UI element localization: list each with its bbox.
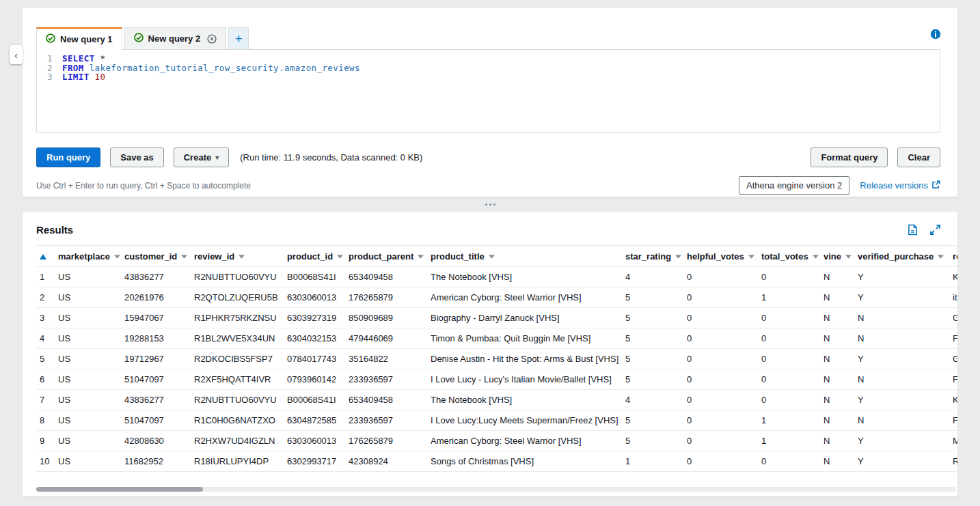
- table-cell: 479446069: [346, 328, 428, 349]
- results-table: marketplacecustomer_idreview_idproduct_i…: [36, 245, 957, 472]
- column-label: product_id: [287, 251, 333, 262]
- save-as-button[interactable]: Save as: [110, 147, 163, 167]
- table-cell: 233936597: [346, 410, 428, 431]
- line-number: 1: [37, 54, 53, 64]
- run-query-button[interactable]: Run query: [36, 147, 100, 167]
- column-label: review_id: [194, 251, 234, 262]
- row-number: 8: [36, 410, 55, 431]
- column-header-re[interactable]: re: [950, 246, 957, 267]
- editor-footer: Use Ctrl + Enter to run query, Ctrl + Sp…: [36, 176, 940, 195]
- table-cell: US: [55, 451, 122, 472]
- table-cell: I Love Lucy:Lucy Meets Superman/Freez [V…: [428, 410, 623, 431]
- close-tab-icon[interactable]: [207, 34, 217, 44]
- code-lines: SELECT *FROM lakeformation_tutorial_row_…: [57, 50, 360, 132]
- table-cell: 0: [684, 451, 759, 472]
- tab-label: New query 2: [148, 33, 201, 44]
- table-cell: 0: [684, 267, 759, 287]
- table-cell: 6303927319: [284, 308, 346, 328]
- horizontal-scrollbar-thumb[interactable]: [36, 487, 203, 492]
- column-header-verified_purchase[interactable]: verified_purchase: [855, 246, 950, 267]
- clear-button[interactable]: Clear: [897, 147, 940, 167]
- column-label: marketplace: [58, 251, 110, 262]
- table-header-row: marketplacecustomer_idreview_idproduct_i…: [36, 246, 957, 267]
- table-cell: Y: [855, 431, 950, 451]
- column-sort-caret-icon: [239, 251, 245, 261]
- tab-new-query-1[interactable]: New query 1: [36, 27, 122, 50]
- table-cell: R: [950, 451, 957, 472]
- row-number: 6: [36, 369, 55, 390]
- chevron-down-icon: ▾: [215, 154, 219, 161]
- table-cell: R2NUBTTUO60VYU: [191, 390, 284, 410]
- column-label: total_votes: [761, 251, 808, 262]
- table-cell: N: [855, 369, 950, 390]
- table-cell: 0: [684, 431, 759, 451]
- table-cell: 176265879: [346, 287, 428, 308]
- table-cell: M: [950, 431, 957, 451]
- column-label: vine: [824, 251, 841, 262]
- column-header-vine[interactable]: vine: [821, 246, 855, 267]
- column-sort-caret-icon: [748, 251, 754, 261]
- table-row: 8US51047097R1C0H0G6NATZXO630487258523393…: [36, 410, 957, 431]
- table-cell: Kl: [950, 267, 957, 287]
- success-check-icon: [134, 33, 144, 44]
- tab-new-query-2[interactable]: New query 2: [124, 27, 227, 50]
- column-header-marketplace[interactable]: marketplace: [55, 246, 122, 267]
- column-header-helpful_votes[interactable]: helpful_votes: [684, 246, 759, 267]
- table-cell: Fi: [950, 369, 957, 390]
- column-label: helpful_votes: [687, 251, 744, 262]
- table-cell: Kl: [950, 390, 957, 410]
- format-query-button[interactable]: Format query: [811, 147, 888, 167]
- table-cell: US: [55, 369, 122, 390]
- column-label: product_title: [431, 251, 485, 262]
- table-cell: American Cyborg: Steel Warrior [VHS]: [428, 431, 623, 451]
- table-cell: US: [55, 390, 122, 410]
- sort-indicator-column-header[interactable]: [36, 246, 55, 267]
- horizontal-scrollbar[interactable]: [36, 487, 956, 492]
- table-cell: R2DKOCIBS5FSP7: [191, 349, 284, 369]
- add-tab-button[interactable]: +: [228, 27, 249, 50]
- column-header-total_votes[interactable]: total_votes: [759, 246, 821, 267]
- table-cell: G: [950, 308, 957, 328]
- export-results-icon[interactable]: [908, 224, 918, 236]
- table-cell: 0: [759, 390, 821, 410]
- column-label: re: [953, 251, 957, 262]
- column-header-star_rating[interactable]: star_rating: [623, 246, 684, 267]
- table-cell: 0: [684, 349, 759, 369]
- table-cell: N: [855, 308, 950, 328]
- column-label: customer_id: [124, 251, 177, 262]
- table-cell: Fi: [950, 410, 957, 431]
- sort-arrow-up-icon: [40, 254, 46, 259]
- results-title: Results: [36, 224, 73, 236]
- table-cell: it: [950, 287, 957, 308]
- expand-results-icon[interactable]: [930, 225, 940, 235]
- table-cell: 20261976: [122, 287, 191, 308]
- column-header-review_id[interactable]: review_id: [191, 246, 284, 267]
- column-header-product_title[interactable]: product_title: [428, 246, 623, 267]
- table-row: 7US43836277R2NUBTTUO60VYUB00068S41I65340…: [36, 390, 957, 410]
- column-sort-caret-icon: [181, 251, 187, 261]
- table-row: 6US51047097R2XF5HQATT4IVR079396014223393…: [36, 369, 957, 390]
- release-versions-link[interactable]: Release versions: [860, 180, 940, 191]
- column-sort-caret-icon: [337, 251, 343, 261]
- table-cell: 233936597: [346, 369, 428, 390]
- table-cell: 0: [759, 267, 821, 287]
- table-cell: 653409458: [346, 390, 428, 410]
- collapse-panel-button[interactable]: ‹: [10, 45, 23, 64]
- row-number: 7: [36, 390, 55, 410]
- table-cell: 5: [623, 431, 684, 451]
- table-cell: 35164822: [346, 349, 428, 369]
- table-cell: Timon & Pumbaa: Quit Buggin Me [VHS]: [428, 328, 623, 349]
- panel-resize-handle[interactable]: [0, 197, 980, 212]
- table-cell: 51047097: [122, 410, 191, 431]
- create-dropdown-button[interactable]: Create ▾: [174, 147, 230, 167]
- table-cell: 5: [623, 369, 684, 390]
- column-header-customer_id[interactable]: customer_id: [122, 246, 191, 267]
- table-cell: 5: [623, 308, 684, 328]
- table-cell: N: [855, 410, 950, 431]
- column-header-product_parent[interactable]: product_parent: [346, 246, 428, 267]
- sql-editor[interactable]: 123 SELECT *FROM lakeformation_tutorial_…: [36, 49, 940, 132]
- column-header-product_id[interactable]: product_id: [284, 246, 346, 267]
- code-line: SELECT *: [62, 54, 360, 64]
- table-cell: R2NUBTTUO60VYU: [191, 267, 284, 287]
- table-cell: 5: [623, 410, 684, 431]
